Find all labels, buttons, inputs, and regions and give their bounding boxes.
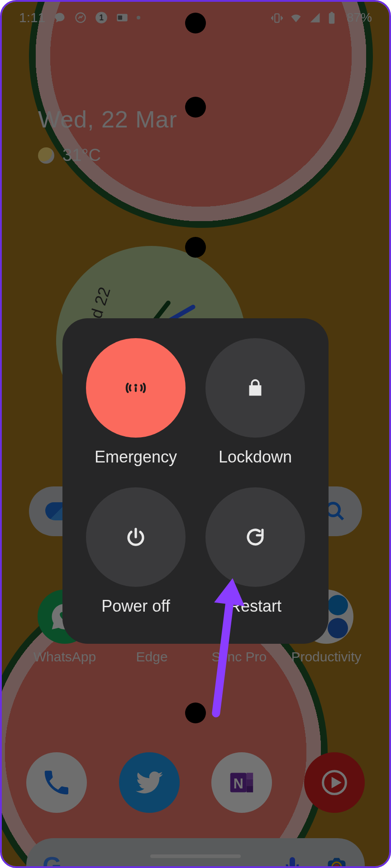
- lock-icon: [245, 377, 266, 398]
- restart-icon: [244, 526, 266, 548]
- phone-screen: 1:11 1: [0, 0, 391, 868]
- emergency-icon: [123, 375, 148, 401]
- svg-point-19: [134, 384, 137, 387]
- restart-circle: [205, 487, 305, 587]
- lockdown-label: Lockdown: [219, 448, 292, 467]
- emergency-button[interactable]: Emergency: [81, 338, 191, 478]
- emergency-circle: [86, 338, 186, 438]
- power-icon: [125, 526, 147, 548]
- power-off-button[interactable]: Power off: [81, 487, 191, 627]
- power-off-circle: [86, 487, 186, 587]
- lockdown-button[interactable]: Lockdown: [200, 338, 310, 478]
- restart-button[interactable]: Restart: [200, 487, 310, 627]
- power-off-label: Power off: [101, 597, 170, 616]
- emergency-label: Emergency: [95, 448, 177, 467]
- power-menu: Emergency Lockdown Power off: [62, 318, 329, 644]
- lockdown-circle: [205, 338, 305, 438]
